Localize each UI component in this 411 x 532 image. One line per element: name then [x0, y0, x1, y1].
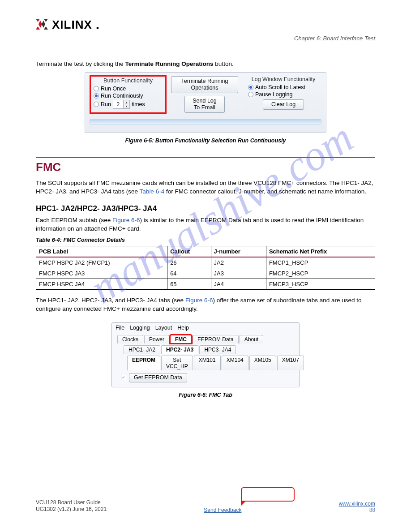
terminate-button[interactable]: Terminate Running Operations [171, 76, 238, 93]
radio-run-once-label: Run Once [101, 86, 126, 92]
footer-link[interactable]: www.xilinx.com [339, 501, 375, 507]
th-pcb-label: PCB Label [36, 246, 167, 257]
th-callout: Callout [167, 246, 211, 257]
terminate-l1: Terminate Running [181, 78, 228, 84]
sendlog-l1: Send Log [193, 98, 217, 104]
eeprom-action-row: ✓ Get EEPROM Data [112, 370, 299, 382]
checkbox[interactable]: ✓ [121, 375, 126, 380]
th-jnumber: J-number [211, 246, 266, 257]
figure-6-6: File Logging Layout Help Clocks Power FM… [36, 322, 375, 398]
tab-row-1: Clocks Power FMC EEPROM Data About [112, 333, 299, 343]
footer-docid: UG1302 (v1.2) June 16, 2021 [36, 506, 107, 513]
spin-up-icon[interactable]: ▲ [123, 100, 129, 104]
xilinx-icon [36, 19, 48, 31]
intro-text-b: button. [214, 60, 234, 67]
radio-pause-logging[interactable]: Pause Logging [248, 91, 319, 98]
radio-icon [248, 92, 253, 97]
tab-hpc1[interactable]: HPC1- JA2 [124, 345, 160, 354]
page-footer: VCU128 Board User Guide UG1302 (v1.2) Ju… [36, 499, 375, 513]
svg-marker-1 [36, 26, 40, 30]
figure-6-6-caption: Figure 6-6: FMC Tab [36, 392, 375, 398]
panel-65: Button Functionality Run Once Run Contin… [85, 72, 326, 133]
tab-clocks[interactable]: Clocks [117, 335, 143, 343]
tab-eeprom[interactable]: EEPROM [127, 356, 160, 370]
get-eeprom-button[interactable]: Get EEPROM Data [129, 373, 187, 382]
tab-xm107[interactable]: XM107 [277, 356, 304, 370]
fig65-cap-prefix: Figure 6-5: [125, 137, 154, 144]
run-times-input[interactable] [113, 101, 123, 107]
subheading-hpc: HPC1- JA2/HPC2- JA3/HPC3- JA4 [36, 204, 375, 213]
radio-icon [94, 93, 99, 99]
fig65-cap-text: Button Functionality Selection Run Conti… [155, 137, 286, 144]
brand-dot: . [96, 17, 99, 32]
radio-run-once[interactable]: Run Once [94, 86, 163, 92]
eeprom-paragraph: Each EEPROM subtab (see Figure 6-6) is s… [36, 216, 375, 233]
button-functionality-group: Button Functionality Run Once Run Contin… [90, 75, 167, 114]
terminate-l2: Operations [191, 85, 218, 91]
tab-xm101[interactable]: XM101 [194, 356, 221, 370]
svg-marker-5 [42, 21, 45, 28]
svg-marker-2 [39, 21, 42, 28]
group-title-right: Log Window Functionality [248, 76, 319, 82]
tab-hpc2[interactable]: HPC2- JA3 [161, 345, 198, 354]
menu-layout[interactable]: Layout [155, 325, 172, 331]
radio-icon [94, 102, 99, 107]
radio-run-cont-label: Run Continiously [101, 93, 143, 99]
figure-6-5: Button Functionality Run Once Run Contin… [36, 72, 375, 144]
figure-6-5-caption: Figure 6-5: Button Functionality Selecti… [36, 137, 375, 144]
radio-auto-scroll[interactable]: Auto Scroll to Latest [248, 84, 319, 90]
tab-row-2: HPC1- JA2 HPC2- JA3 HPC3- JA4 [112, 343, 299, 354]
menubar: File Logging Layout Help [112, 323, 299, 333]
table-6-4-caption: Table 6-4: FMC Connector Details [36, 237, 375, 243]
tab-power[interactable]: Power [144, 335, 169, 343]
fig66-cap-prefix: Figure 6-6: [179, 392, 207, 398]
intro-terminate-label: Terminate Running Operations [125, 60, 214, 67]
tab-row-3: EEPROM Set VCC_HP XM101 XM104 XM105 XM10… [112, 354, 299, 370]
footer-title: VCU128 Board User Guide [36, 499, 107, 506]
fig66-cap-text: FMC Tab [209, 392, 232, 398]
intro-text-a: Terminate the test by clicking the [36, 60, 125, 67]
radio-icon [94, 86, 99, 91]
link-figure-6-6[interactable]: Figure 6-6 [112, 217, 140, 223]
run-label-prefix: Run [101, 101, 111, 107]
footer-page: 88 [369, 507, 375, 513]
fmc-paragraph: The SCUI supports all FMC mezzanine card… [36, 179, 375, 196]
tab-fmc[interactable]: FMC [170, 335, 192, 343]
intro-paragraph: Terminate the test by clicking the Termi… [36, 60, 375, 69]
table-row: FMCP HSPC JA364JA3FMCP2_HSCP [36, 268, 375, 279]
log-window-group: Log Window Functionality Auto Scroll to … [245, 75, 321, 112]
menu-logging[interactable]: Logging [130, 325, 150, 331]
tab-hpc3[interactable]: HPC3- JA4 [199, 345, 236, 354]
th-net-prefix: Schematic Net Prefix [266, 246, 375, 257]
table-row: FMCP HSPC JA465JA4FMCP3_HSCP [36, 279, 375, 289]
tab-xm104[interactable]: XM104 [222, 356, 248, 370]
link-table-6-4[interactable]: Table 6-4 [140, 188, 165, 195]
panel-footer-stripe [90, 119, 321, 124]
tab-eeprom-data[interactable]: EEPROM Data [193, 335, 239, 343]
send-feedback-link[interactable]: Send Feedback [204, 507, 241, 513]
brand-logo: XILINX . [36, 17, 375, 32]
clear-log-button[interactable]: Clear Log [263, 99, 304, 110]
tab64-cap-text: FMC Connector Details [63, 237, 125, 243]
sendlog-l2: To Email [194, 104, 215, 111]
tab-xm105[interactable]: XM105 [249, 356, 276, 370]
middle-buttons: Terminate Running Operations Send Log To… [171, 76, 238, 113]
brand-name: XILINX [52, 18, 92, 32]
run-label-suffix: times [132, 101, 145, 107]
tab-set-vcchp[interactable]: Set VCC_HP [161, 356, 193, 370]
radio-run-continuously[interactable]: Run Continiously [94, 93, 163, 99]
radio-run-n-times[interactable]: Run ▲▼ times [94, 100, 163, 109]
spinner-buttons[interactable]: ▲▼ [123, 100, 129, 108]
link-figure-6-6-b[interactable]: Figure 6-6 [185, 297, 213, 304]
section-heading-fmc: FMC [36, 157, 375, 174]
menu-file[interactable]: File [116, 325, 124, 331]
group-title-left: Button Functionality [94, 77, 163, 84]
send-log-button[interactable]: Send Log To Email [184, 96, 225, 113]
radio-pause-label: Pause Logging [255, 91, 292, 98]
spin-down-icon[interactable]: ▼ [123, 104, 129, 108]
panel-66: File Logging Layout Help Clocks Power FM… [111, 322, 300, 387]
table-6-4: PCB Label Callout J-number Schematic Net… [36, 246, 375, 290]
tab-about[interactable]: About [240, 335, 263, 343]
menu-help[interactable]: Help [177, 325, 189, 331]
run-times-spinner[interactable]: ▲▼ [113, 100, 130, 109]
